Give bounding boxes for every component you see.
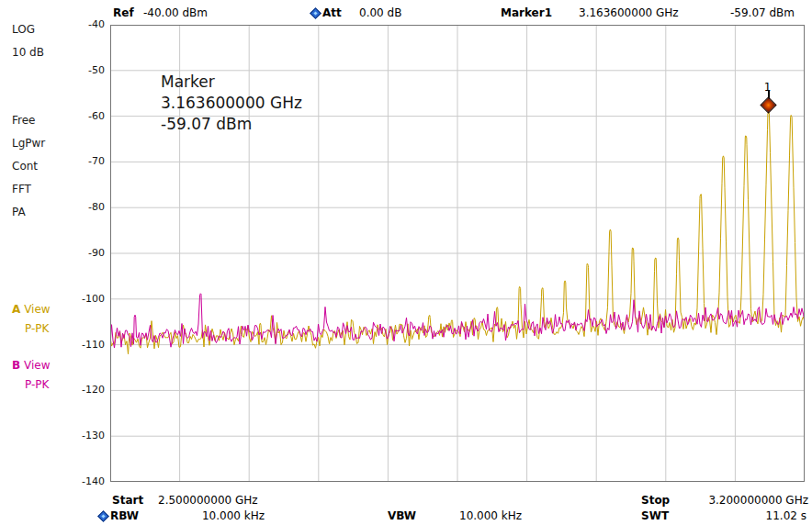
sidebar-lgpwr: LgPwr [12,137,45,150]
y-tick-label: -80 [0,201,105,213]
vbw-value: 10.000 kHz [459,509,522,522]
ref-value: -40.00 dBm [143,6,208,19]
swt-value: 11.02 s [698,509,806,522]
stop-value: 3.200000000 GHz [689,494,808,507]
y-tick-label: -50 [0,64,105,76]
y-tick-label: -110 [0,339,105,351]
sidebar-fft: FFT [12,183,31,195]
y-tick-label: -120 [0,384,105,396]
rbw-setting-diamond-icon [97,510,109,522]
trace-a-label: A View [12,303,51,316]
stop-label: Stop [641,494,670,507]
marker1-amplitude: -59.07 dBm [730,6,795,19]
y-tick-label: -130 [0,430,105,441]
marker-readout-amplitude: -59.07 dBm [161,114,302,135]
marker1-label: Marker1 [501,6,552,19]
y-tick-label: -60 [0,110,105,122]
swt-label: SWT [641,509,669,522]
vbw-label: VBW [388,509,416,522]
trace-b-label: B View [12,359,50,372]
marker1-frequency: 3.163600000 GHz [579,6,679,19]
sidebar-scale-per-div: 10 dB [12,46,44,59]
spectrum-analyzer-screen: Ref -40.00 dBm Att 0.00 dB Marker1 3.163… [0,0,812,525]
rbw-label: RBW [110,509,139,522]
trace-a-detector: P-PK [25,322,49,335]
marker-readout: Marker 3.163600000 GHz -59.07 dBm [161,72,302,135]
att-value: 0.00 dB [359,6,401,19]
start-value: 2.500000000 GHz [158,494,258,507]
y-tick-label: -90 [0,247,105,259]
y-tick-label: -100 [0,293,105,305]
att-label: Att [322,6,342,19]
rbw-value: 10.000 kHz [156,509,265,522]
y-tick-label: -70 [0,155,105,167]
start-label: Start [112,494,143,507]
att-setting-diamond-icon [310,7,321,19]
marker-readout-title: Marker [161,72,302,93]
y-tick-label: -40 [0,18,105,30]
y-tick-label: -140 [0,475,105,487]
ref-label: Ref [113,6,134,19]
marker-readout-frequency: 3.163600000 GHz [161,93,302,114]
